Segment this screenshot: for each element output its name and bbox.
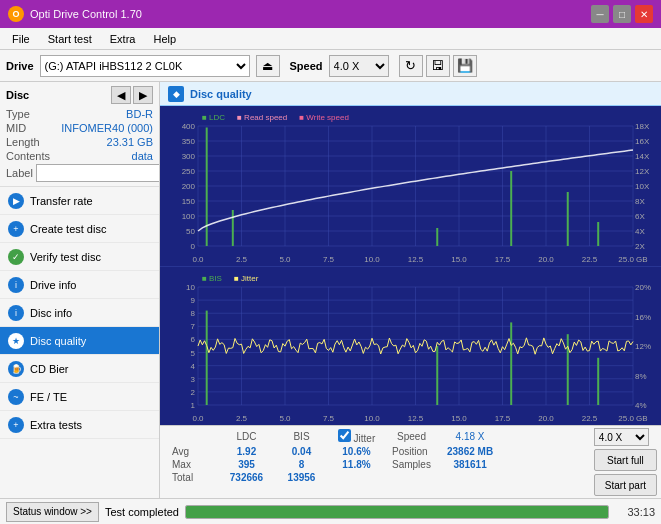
speed-select[interactable]: 4.0 X [329,55,389,77]
progress-bar-fill [186,506,608,518]
stats-table: LDC BIS Jitter Speed 4.18 X Avg 1.92 0.0… [164,428,501,484]
disc-icon-btn-2[interactable]: ▶ [133,86,153,104]
disc-length-label: Length [6,136,40,148]
fe-te-label: FE / TE [30,391,67,403]
create-test-disc-label: Create test disc [30,223,106,235]
transfer-rate-label: Transfer rate [30,195,93,207]
disc-label-label: Label [6,167,33,179]
stats-right: 4.0 X Start full Start part [594,428,657,496]
fe-te-icon: ~ [8,389,24,405]
bis-canvas [160,267,661,425]
transfer-rate-icon: ▶ [8,193,24,209]
disc-contents-field: Contents data [6,150,153,162]
menu-file[interactable]: File [4,31,38,47]
speed-label: Speed [290,60,323,72]
stats-max-ldc: 395 [219,458,274,471]
title-bar: O Opti Drive Control 1.70 ─ □ ✕ [0,0,661,28]
chart-bis [160,267,661,425]
drive-info-icon: i [8,277,24,293]
disc-icon-btn-1[interactable]: ◀ [111,86,131,104]
disc-length-value: 23.31 GB [107,136,153,148]
status-window-button[interactable]: Status window >> [6,502,99,522]
stats-max-bis: 8 [274,458,329,471]
stats-total-ldc: 732666 [219,471,274,484]
minimize-button[interactable]: ─ [591,5,609,23]
disc-type-label: Type [6,108,30,120]
disc-quality-label: Disc quality [30,335,86,347]
stats-position-label: Position [384,445,439,458]
cd-bier-icon: 🍺 [8,361,24,377]
ldc-canvas [160,106,661,266]
sidebar-item-drive-info[interactable]: i Drive info [0,271,159,299]
sidebar-item-fe-te[interactable]: ~ FE / TE [0,383,159,411]
sidebar-item-transfer-rate[interactable]: ▶ Transfer rate [0,187,159,215]
stats-col-empty [164,428,219,445]
stats-avg-jitter: 10.6% [329,445,384,458]
app-title: Opti Drive Control 1.70 [30,8,142,20]
stats-col-jitter-check[interactable]: Jitter [329,428,384,445]
disc-info-icon: i [8,305,24,321]
disc-panel-title: Disc [6,89,29,101]
stats-total-jitter [329,471,384,484]
eject-button[interactable]: ⏏ [256,55,280,77]
title-bar-left: O Opti Drive Control 1.70 [8,6,142,22]
menu-extra[interactable]: Extra [102,31,144,47]
drive-select[interactable]: (G:) ATAPI iHBS112 2 CL0K [40,55,250,77]
disc-mid-label: MID [6,122,26,134]
title-bar-controls: ─ □ ✕ [591,5,653,23]
disc-info-label: Disc info [30,307,72,319]
disc-quality-header-icon: ◆ [168,86,184,102]
jitter-checkbox[interactable] [338,429,351,442]
disc-length-field: Length 23.31 GB [6,136,153,148]
stats-position-value: 23862 MB [439,445,501,458]
drive-icon-1[interactable]: ↻ [399,55,423,77]
stats-col-speed: Speed [384,428,439,445]
stats-max-label: Max [164,458,219,471]
disc-quality-icon: ★ [8,333,24,349]
sidebar-item-create-test-disc[interactable]: + Create test disc [0,215,159,243]
stats-avg-ldc: 1.92 [219,445,274,458]
chart-ldc [160,106,661,267]
stats-avg-bis: 0.04 [274,445,329,458]
extra-tests-label: Extra tests [30,419,82,431]
drive-icon-3[interactable]: 💾 [453,55,477,77]
close-button[interactable]: ✕ [635,5,653,23]
app-icon: O [8,6,24,22]
progress-bar [185,505,609,519]
sidebar-item-extra-tests[interactable]: + Extra tests [0,411,159,439]
start-full-button[interactable]: Start full [594,449,657,471]
menu-help[interactable]: Help [145,31,184,47]
sidebar-item-verify-test-disc[interactable]: ✓ Verify test disc [0,243,159,271]
sidebar-item-cd-bier[interactable]: 🍺 CD Bier [0,355,159,383]
disc-contents-value: data [132,150,153,162]
stats-bar: LDC BIS Jitter Speed 4.18 X Avg 1.92 0.0… [160,425,661,498]
stats-total-label: Total [164,471,219,484]
content-area: ◆ Disc quality LDC BIS J [160,82,661,498]
disc-quality-header: ◆ Disc quality [160,82,661,106]
stats-speed-select[interactable]: 4.0 X [594,428,649,446]
sidebar-item-disc-quality[interactable]: ★ Disc quality [0,327,159,355]
disc-label-input[interactable] [36,164,160,182]
sidebar-item-disc-info[interactable]: i Disc info [0,299,159,327]
maximize-button[interactable]: □ [613,5,631,23]
create-test-disc-icon: + [8,221,24,237]
menu-start-test[interactable]: Start test [40,31,100,47]
drive-bar: Drive (G:) ATAPI iHBS112 2 CL0K ⏏ Speed … [0,50,661,82]
drive-info-label: Drive info [30,279,76,291]
drive-icon-2[interactable]: 🖫 [426,55,450,77]
stats-col-bis: BIS [274,428,329,445]
verify-test-disc-icon: ✓ [8,249,24,265]
stats-avg-label: Avg [164,445,219,458]
stats-total-bis: 13956 [274,471,329,484]
disc-quality-title: Disc quality [190,88,252,100]
verify-test-disc-label: Verify test disc [30,251,101,263]
drive-icon-group: ↻ 🖫 💾 [399,55,477,77]
stats-samples-value: 381611 [439,458,501,471]
drive-label: Drive [6,60,34,72]
status-text: Test completed [105,506,179,518]
start-part-button[interactable]: Start part [594,474,657,496]
extra-tests-icon: + [8,417,24,433]
disc-panel-header: Disc ◀ ▶ [6,86,153,104]
stats-max-jitter: 11.8% [329,458,384,471]
status-bar: Status window >> Test completed 33:13 [0,498,661,524]
